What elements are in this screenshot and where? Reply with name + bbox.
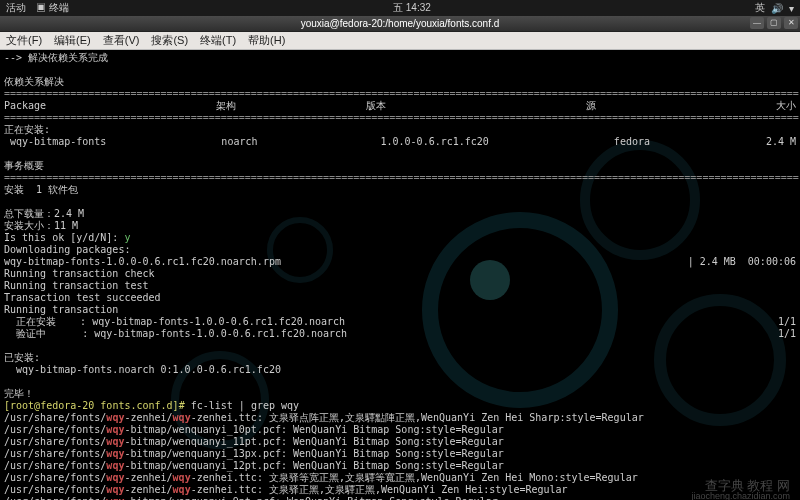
separator-line: ========================================… xyxy=(4,112,796,124)
output-line: /usr/share/fonts/wqy-zenhei/wqy-zenhei.t… xyxy=(4,472,796,484)
output-line: /usr/share/fonts/wqy-bitmap/wenquanyi_10… xyxy=(4,424,796,436)
output-line: 依赖关系解决 xyxy=(4,76,796,88)
output-line: 正在安装 : wqy-bitmap-fonts-1.0.0-0.6.rc1.fc… xyxy=(4,316,796,328)
table-row: wqy-bitmap-fontsnoarch1.0.0-0.6.rc1.fc20… xyxy=(4,136,796,148)
output-line: /usr/share/fonts/wqy-bitmap/wenquanyi_9p… xyxy=(4,496,796,500)
minimize-button[interactable]: — xyxy=(750,17,764,29)
window-title-bar[interactable]: youxia@fedora-20:/home/youxia/fonts.conf… xyxy=(0,16,800,32)
menu-help[interactable]: 帮助(H) xyxy=(248,33,285,48)
maximize-button[interactable]: ▢ xyxy=(767,17,781,29)
menu-terminal[interactable]: 终端(T) xyxy=(200,33,236,48)
output-line: Running transaction xyxy=(4,304,796,316)
output-line: 事务概要 xyxy=(4,160,796,172)
system-menu-icon[interactable]: ▾ xyxy=(789,3,794,14)
output-line: 已安装: xyxy=(4,352,796,364)
menu-view[interactable]: 查看(V) xyxy=(103,33,140,48)
terminal-icon: ▣ xyxy=(36,2,46,13)
output-line: 验证中 : wqy-bitmap-fonts-1.0.0-0.6.rc1.fc2… xyxy=(4,328,796,340)
output-line: /usr/share/fonts/wqy-zenhei/wqy-zenhei.t… xyxy=(4,412,796,424)
output-line: --> 解决依赖关系完成 xyxy=(4,52,796,64)
output-line: Running transaction test xyxy=(4,280,796,292)
output-line: 安装 1 软件包 xyxy=(4,184,796,196)
output-line: Running transaction check xyxy=(4,268,796,280)
gnome-top-bar: 活动 ▣ 终端 五 14:32 英 🔊 ▾ xyxy=(0,0,800,16)
output-line: 完毕！ xyxy=(4,388,796,400)
window-title: youxia@fedora-20:/home/youxia/fonts.conf… xyxy=(301,18,500,29)
volume-icon[interactable]: 🔊 xyxy=(771,3,783,14)
output-line: 正在安装: xyxy=(4,124,796,136)
current-app-label[interactable]: ▣ 终端 xyxy=(36,1,69,15)
output-line: Transaction test succeeded xyxy=(4,292,796,304)
input-method-indicator[interactable]: 英 xyxy=(755,1,765,15)
terminal-content[interactable]: --> 解决依赖关系完成 依赖关系解决 ====================… xyxy=(0,50,800,500)
output-line: wqy-bitmap-fonts-1.0.0-0.6.rc1.fc20.noar… xyxy=(4,256,796,268)
output-line: 安装大小：11 M xyxy=(4,220,796,232)
menu-bar: 文件(F) 编辑(E) 查看(V) 搜索(S) 终端(T) 帮助(H) xyxy=(0,32,800,50)
separator-line: ========================================… xyxy=(4,172,796,184)
close-button[interactable]: ✕ xyxy=(784,17,798,29)
output-line: /usr/share/fonts/wqy-bitmap/wenquanyi_13… xyxy=(4,448,796,460)
output-line: Is this ok [y/d/N]: y xyxy=(4,232,796,244)
output-line: /usr/share/fonts/wqy-bitmap/wenquanyi_11… xyxy=(4,436,796,448)
separator-line: ========================================… xyxy=(4,88,796,100)
clock[interactable]: 五 14:32 xyxy=(69,1,755,15)
activities-button[interactable]: 活动 xyxy=(6,1,26,15)
output-line: 总下载量：2.4 M xyxy=(4,208,796,220)
watermark-url: jiaocheng.chazidian.com xyxy=(691,490,790,500)
output-line: /usr/share/fonts/wqy-bitmap/wenquanyi_12… xyxy=(4,460,796,472)
output-line: /usr/share/fonts/wqy-zenhei/wqy-zenhei.t… xyxy=(4,484,796,496)
table-header: Package架构版本源大小 xyxy=(4,100,796,112)
menu-file[interactable]: 文件(F) xyxy=(6,33,42,48)
output-line: wqy-bitmap-fonts.noarch 0:1.0.0-0.6.rc1.… xyxy=(4,364,796,376)
menu-edit[interactable]: 编辑(E) xyxy=(54,33,91,48)
output-line: Downloading packages: xyxy=(4,244,796,256)
menu-search[interactable]: 搜索(S) xyxy=(151,33,188,48)
prompt-line: [root@fedora-20 fonts.conf.d]# fc-list |… xyxy=(4,400,796,412)
